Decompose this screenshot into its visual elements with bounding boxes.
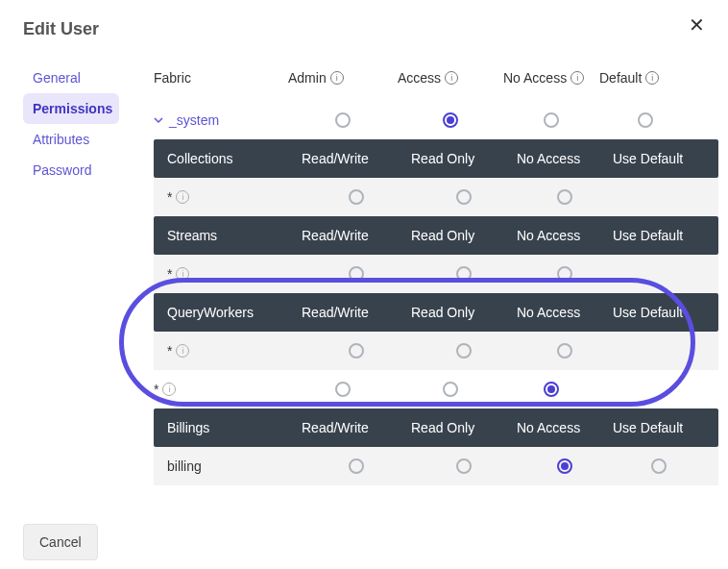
section-header-billings: Billings Read/Write Read Only No Access … [154, 408, 718, 447]
radio-admin[interactable] [335, 112, 351, 128]
radio[interactable] [456, 189, 472, 205]
col: Read Only [411, 420, 517, 435]
radio[interactable] [443, 382, 458, 397]
radio[interactable] [456, 266, 472, 282]
table-row: *i [154, 178, 718, 216]
table-row: *i [154, 255, 718, 293]
info-icon[interactable]: i [570, 71, 584, 85]
fabric-expand[interactable]: _system [154, 112, 288, 128]
section-title: Collections [167, 151, 302, 166]
sidebar-item-password[interactable]: Password [23, 155, 119, 186]
col: No Access [517, 151, 613, 166]
section-title: Billings [167, 420, 302, 435]
radio-access[interactable] [443, 112, 458, 128]
page-title: Edit User [23, 19, 705, 39]
info-icon[interactable]: i [445, 71, 458, 85]
sidebar-item-permissions[interactable]: Permissions [23, 93, 119, 124]
radio[interactable] [349, 189, 364, 205]
permissions-header: Fabric Admini Accessi No Accessi Default… [154, 62, 718, 101]
section-header-queryworkers: QueryWorkers Read/Write Read Only No Acc… [154, 293, 718, 332]
radio[interactable] [335, 382, 351, 397]
radio[interactable] [651, 458, 667, 474]
row-label: * [154, 382, 158, 397]
col: No Access [517, 420, 613, 435]
cancel-button[interactable]: Cancel [23, 524, 98, 560]
row-label: * [167, 343, 172, 359]
col: Read/Write [302, 305, 411, 320]
fabric-name: _system [169, 112, 219, 128]
col-fabric: Fabric [154, 70, 191, 86]
section-title: Streams [167, 228, 302, 243]
col: No Access [517, 228, 613, 243]
col: Use Default [613, 305, 705, 320]
col-access: Access [398, 70, 441, 86]
radio[interactable] [544, 382, 559, 397]
table-row: *i [154, 332, 718, 370]
row-label: * [167, 189, 172, 205]
col: Read/Write [302, 151, 411, 166]
radio-noaccess[interactable] [544, 112, 559, 128]
col-admin: Admin [288, 70, 327, 86]
sidebar-item-general[interactable]: General [23, 62, 119, 93]
col: Use Default [613, 228, 705, 243]
row-label: * [167, 266, 172, 282]
info-icon[interactable]: i [162, 383, 176, 396]
radio[interactable] [557, 343, 572, 359]
chevron-down-icon [154, 115, 163, 125]
radio[interactable] [557, 266, 572, 282]
col-default: Default [599, 70, 642, 86]
info-icon[interactable]: i [645, 71, 659, 85]
col: Read/Write [302, 228, 411, 243]
radio[interactable] [456, 343, 472, 359]
permissions-panel: Fabric Admini Accessi No Accessi Default… [154, 62, 718, 485]
radio-default[interactable] [638, 112, 653, 128]
col: Read Only [411, 151, 517, 166]
info-icon[interactable]: i [176, 344, 189, 358]
info-icon[interactable]: i [176, 267, 189, 281]
radio[interactable] [349, 266, 364, 282]
col: Use Default [613, 151, 705, 166]
table-row: billing [154, 447, 718, 485]
col: Use Default [613, 420, 705, 435]
radio[interactable] [557, 458, 572, 474]
section-header-streams: Streams Read/Write Read Only No Access U… [154, 216, 718, 255]
sidebar: General Permissions Attributes Password [23, 62, 119, 485]
fabric-row: _system [154, 101, 718, 139]
row-label: billing [167, 458, 202, 474]
radio[interactable] [557, 189, 572, 205]
radio[interactable] [349, 458, 364, 474]
section-header-collections: Collections Read/Write Read Only No Acce… [154, 139, 718, 178]
info-icon[interactable]: i [176, 190, 189, 204]
col-noaccess: No Access [503, 70, 567, 86]
col: Read Only [411, 228, 517, 243]
radio[interactable] [349, 343, 364, 359]
col: Read Only [411, 305, 517, 320]
col: Read/Write [302, 420, 411, 435]
col: No Access [517, 305, 613, 320]
sidebar-item-attributes[interactable]: Attributes [23, 124, 119, 155]
section-title: QueryWorkers [167, 305, 302, 320]
table-row: *i [154, 370, 718, 408]
info-icon[interactable]: i [330, 71, 344, 85]
radio[interactable] [456, 458, 472, 474]
close-icon[interactable]: ✕ [689, 15, 705, 35]
